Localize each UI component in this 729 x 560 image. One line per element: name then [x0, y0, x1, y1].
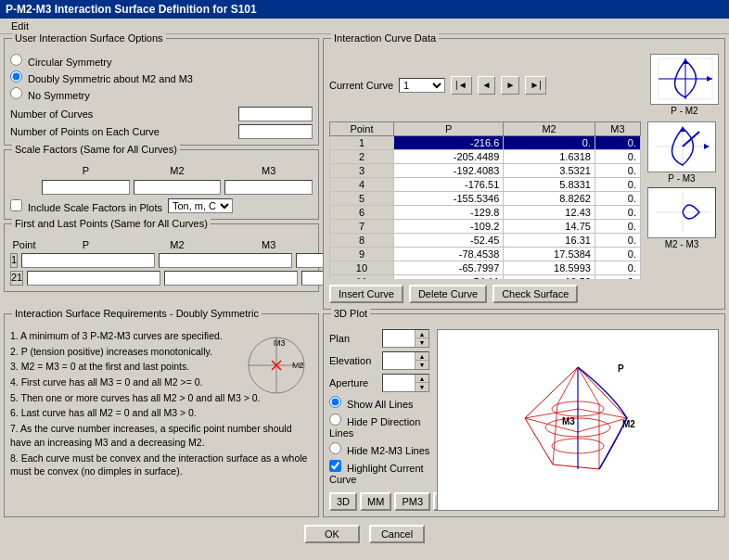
num-curves-label: Number of Curves: [10, 108, 238, 120]
doubly-symmetric-radio-label[interactable]: Doubly Symmetric about M2 and M3: [10, 73, 193, 84]
aperture-input[interactable]: 0: [383, 375, 415, 391]
user-interaction-label: User Interaction Surface Options: [12, 32, 166, 44]
aperture-down-button[interactable]: ▼: [416, 383, 428, 391]
footer: OK Cancel: [4, 525, 725, 547]
curve-first-button[interactable]: |◄: [451, 76, 472, 95]
elevation-down-button[interactable]: ▼: [416, 361, 428, 369]
plan-label: Plan: [329, 333, 380, 344]
sf-m2-input[interactable]: 1.: [134, 180, 222, 195]
current-curve-select[interactable]: 123: [399, 78, 445, 93]
cell-m2: 14.75: [504, 220, 595, 234]
no-symmetry-text: No Symmetry: [28, 90, 90, 101]
elevation-up-button[interactable]: ▲: [416, 352, 428, 361]
cell-p: -52.45: [393, 234, 503, 248]
table-row[interactable]: 9 -78.4538 17.5384 0.: [330, 248, 641, 261]
cell-m3: 0.: [595, 178, 640, 192]
curve-next-button[interactable]: ►: [501, 76, 519, 95]
cell-point: 10: [330, 261, 394, 275]
highlight-current-curve-label[interactable]: Highlight Current Curve: [329, 463, 424, 485]
table-row[interactable]: 11 -54.11 19.56 0.: [330, 275, 641, 280]
sf-m3-header: M3: [224, 165, 313, 176]
table-row[interactable]: 7 -109.2 14.75 0.: [330, 220, 641, 234]
hide-m2m3-text: Hide M2-M3 Lines: [347, 445, 429, 456]
plan-up-button[interactable]: ▲: [416, 330, 428, 338]
cell-m3: 0.: [595, 248, 640, 261]
cell-p: -78.4538: [393, 248, 503, 261]
num-curves-input[interactable]: 3: [238, 107, 313, 121]
hide-p-radio[interactable]: [329, 414, 341, 426]
table-row[interactable]: 2 -205.4489 1.6318 0.: [330, 150, 641, 164]
curve-last-button[interactable]: ►|: [525, 76, 546, 95]
no-symmetry-radio-label[interactable]: No Symmetry: [10, 90, 90, 101]
plan-down-button[interactable]: ▼: [416, 338, 428, 347]
curve-data-table-container[interactable]: Point P M2 M3 1 -216.6 0. 0. 2: [329, 121, 641, 279]
table-row[interactable]: 4 -176.51 5.8331 0.: [330, 178, 641, 192]
btn-mm[interactable]: MM: [360, 492, 391, 511]
show-all-lines-label[interactable]: Show All Lines: [329, 399, 414, 410]
cell-m2: 3.5321: [504, 164, 595, 178]
table-row[interactable]: 10 -65.7997 18.5993 0.: [330, 261, 641, 275]
include-scale-factors-checkbox[interactable]: [10, 199, 22, 211]
flp-row2-p-input[interactable]: 68.84: [27, 271, 160, 286]
highlight-current-curve-text: Highlight Current Curve: [329, 463, 424, 485]
flp-row1-p-input[interactable]: -216.6: [21, 253, 155, 268]
table-row[interactable]: 6 -129.8 12.43 0.: [330, 206, 641, 220]
units-select[interactable]: Ton, m, C: [168, 198, 233, 213]
cell-point: 11: [330, 275, 394, 280]
check-surface-button[interactable]: Check Surface: [492, 285, 578, 303]
btn-pm3[interactable]: PM3: [394, 492, 430, 511]
sf-p-header: P: [42, 165, 130, 176]
include-scale-factors-label[interactable]: Include Scale Factors in Plots: [10, 199, 162, 213]
elevation-input[interactable]: 25: [383, 352, 415, 369]
cell-point: 4: [330, 178, 394, 192]
circular-symmetry-radio[interactable]: [10, 54, 22, 66]
req-item-6: 6. Last curve has all M2 = 0 and all M3 …: [10, 406, 313, 420]
cell-p: -216.6: [393, 136, 503, 150]
current-curve-label: Current Curve: [329, 80, 393, 91]
curve-prev-button[interactable]: ◄: [478, 76, 496, 95]
svg-text:M3: M3: [562, 416, 575, 426]
flp-row1-point: 1: [10, 253, 18, 268]
circular-symmetry-text: Circular Symmetry: [28, 57, 111, 68]
table-row[interactable]: 1 -216.6 0. 0.: [330, 136, 641, 150]
hide-p-label[interactable]: Hide P Direction Lines: [329, 416, 420, 439]
no-symmetry-radio[interactable]: [10, 87, 22, 99]
circular-symmetry-radio-label[interactable]: Circular Symmetry: [10, 57, 112, 68]
curve-data-table: Point P M2 M3 1 -216.6 0. 0. 2: [329, 121, 641, 279]
cell-p: -54.11: [393, 275, 503, 280]
flp-row1-m2-input[interactable]: 0: [159, 253, 292, 268]
doubly-symmetric-radio[interactable]: [10, 70, 22, 83]
interaction-curve-group: Interaction Curve Data Current Curve 123…: [323, 38, 725, 310]
ok-button[interactable]: OK: [304, 525, 360, 543]
sf-p-input[interactable]: 1.: [42, 180, 130, 195]
hide-m2m3-radio[interactable]: [329, 442, 341, 454]
cell-p: -192.4083: [393, 164, 503, 178]
cell-p: -109.2: [393, 220, 503, 234]
show-all-lines-radio[interactable]: [329, 396, 341, 408]
threed-plot-group: 3D Plot Plan 315 ▲ ▼: [323, 313, 725, 517]
threed-plot-label: 3D Plot: [331, 308, 370, 319]
cell-point: 7: [330, 220, 394, 234]
insert-curve-button[interactable]: Insert Curve: [329, 285, 403, 303]
sf-m3-input[interactable]: 1.: [224, 180, 313, 195]
btn-3d[interactable]: 3D: [329, 492, 357, 511]
scale-factors-label: Scale Factors (Same for All Curves): [12, 144, 180, 155]
hide-m2m3-label[interactable]: Hide M2-M3 Lines: [329, 445, 429, 456]
flp-row2-m2-input[interactable]: 0: [164, 271, 298, 286]
table-row[interactable]: 8 -52.45 16.31 0.: [330, 234, 641, 248]
table-row[interactable]: 3 -192.4083 3.5321 0.: [330, 164, 641, 178]
svg-text:P: P: [618, 363, 624, 374]
cell-m3: 0.: [595, 261, 640, 275]
cell-m2: 8.8262: [504, 192, 595, 206]
highlight-current-curve-checkbox[interactable]: [329, 460, 341, 472]
pm3-thumbnail: [647, 121, 716, 172]
num-points-input[interactable]: 21: [238, 124, 313, 139]
plan-input[interactable]: 315: [383, 330, 415, 347]
menu-edit[interactable]: Edit: [4, 19, 36, 33]
cancel-button[interactable]: Cancel: [369, 525, 425, 543]
elevation-label: Elevation: [329, 355, 380, 366]
table-row[interactable]: 5 -155.5346 8.8262 0.: [330, 192, 641, 206]
delete-curve-button[interactable]: Delete Curve: [409, 285, 487, 303]
cell-m3: 0.: [595, 136, 640, 150]
aperture-up-button[interactable]: ▲: [416, 375, 428, 383]
